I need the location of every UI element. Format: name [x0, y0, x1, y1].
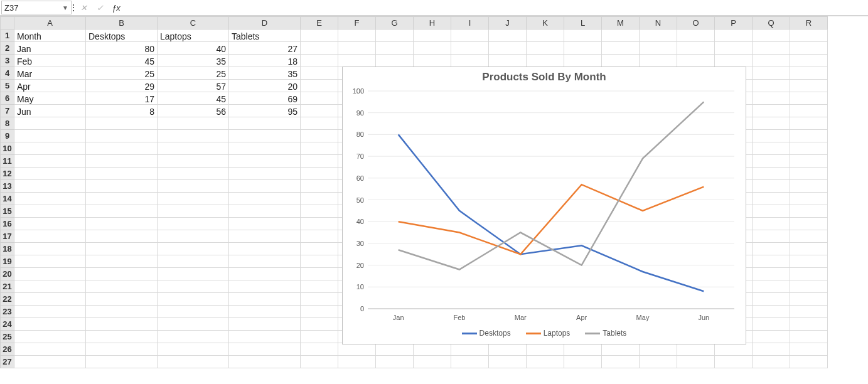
cell[interactable]: Tablets [229, 29, 301, 42]
cell[interactable]: 35 [229, 67, 301, 80]
cell[interactable] [790, 55, 828, 67]
cell[interactable] [527, 42, 564, 55]
cell[interactable] [301, 243, 338, 255]
cell[interactable] [527, 29, 564, 42]
row-header[interactable]: 17 [1, 230, 14, 243]
cell[interactable] [753, 280, 790, 293]
column-header[interactable]: L [564, 17, 602, 29]
cell[interactable]: Laptops [158, 29, 229, 42]
cell[interactable] [753, 205, 790, 218]
cell[interactable] [677, 55, 715, 67]
row-header[interactable]: 19 [1, 255, 14, 268]
cell[interactable]: 25 [86, 67, 158, 80]
cell[interactable] [86, 155, 158, 168]
cell[interactable] [86, 268, 158, 280]
column-header[interactable]: H [414, 17, 451, 29]
cell[interactable] [753, 293, 790, 306]
row-header[interactable]: 26 [1, 343, 14, 356]
column-header[interactable]: O [677, 17, 715, 29]
cell[interactable] [301, 343, 338, 356]
formula-input[interactable] [124, 1, 868, 14]
row-header[interactable]: 16 [1, 218, 14, 230]
cell[interactable]: 17 [86, 92, 158, 105]
cell[interactable] [753, 142, 790, 155]
column-header[interactable]: F [338, 17, 376, 29]
cell[interactable] [158, 230, 229, 243]
cell[interactable] [86, 193, 158, 205]
cell[interactable]: 57 [158, 80, 229, 92]
cell[interactable] [715, 55, 753, 67]
column-header[interactable]: E [301, 17, 338, 29]
cell[interactable] [301, 306, 338, 318]
cell[interactable] [158, 343, 229, 356]
column-header[interactable]: R [790, 17, 828, 29]
column-header[interactable]: C [158, 17, 229, 29]
cell[interactable]: 35 [158, 55, 229, 67]
cell[interactable] [14, 268, 86, 280]
cell[interactable] [14, 155, 86, 168]
cell[interactable] [229, 193, 301, 205]
column-header[interactable]: G [376, 17, 414, 29]
cell[interactable] [753, 168, 790, 180]
cell[interactable]: 69 [229, 92, 301, 105]
cell[interactable] [86, 255, 158, 268]
row-header[interactable]: 20 [1, 268, 14, 280]
cell[interactable]: 8 [86, 105, 158, 117]
cell[interactable] [564, 343, 602, 356]
cell[interactable] [790, 80, 828, 92]
cell[interactable]: 80 [86, 42, 158, 55]
cell[interactable]: 56 [158, 105, 229, 117]
cell[interactable] [338, 356, 376, 368]
cell[interactable]: 45 [158, 92, 229, 105]
cell[interactable] [14, 343, 86, 356]
cell[interactable] [753, 117, 790, 130]
cell[interactable] [753, 318, 790, 331]
cell[interactable] [301, 280, 338, 293]
column-header[interactable]: B [86, 17, 158, 29]
cell[interactable] [790, 218, 828, 230]
cell[interactable] [338, 29, 376, 42]
cell[interactable] [640, 29, 677, 42]
cell[interactable] [14, 293, 86, 306]
column-header[interactable]: J [489, 17, 527, 29]
cell[interactable] [715, 42, 753, 55]
spreadsheet-grid[interactable]: ABCDEFGHIJKLMNOPQR1MonthDesktopsLaptopsT… [0, 16, 868, 368]
cell[interactable] [790, 306, 828, 318]
cell[interactable] [229, 268, 301, 280]
cell[interactable]: 40 [158, 42, 229, 55]
cell[interactable] [229, 331, 301, 343]
cell[interactable] [301, 268, 338, 280]
row-header[interactable]: 15 [1, 205, 14, 218]
cell[interactable] [158, 218, 229, 230]
cell[interactable] [414, 29, 451, 42]
row-header[interactable]: 8 [1, 117, 14, 130]
cell[interactable] [86, 356, 158, 368]
cell[interactable] [229, 318, 301, 331]
cell[interactable] [338, 42, 376, 55]
cell[interactable] [14, 168, 86, 180]
cell[interactable] [451, 343, 489, 356]
cell[interactable] [229, 306, 301, 318]
cell[interactable] [86, 293, 158, 306]
cell[interactable] [86, 218, 158, 230]
cell[interactable] [602, 343, 640, 356]
cell[interactable] [790, 130, 828, 142]
cell[interactable]: 95 [229, 105, 301, 117]
cell[interactable]: 25 [158, 67, 229, 80]
cell[interactable] [790, 117, 828, 130]
cell[interactable] [14, 142, 86, 155]
column-header[interactable]: M [602, 17, 640, 29]
column-header[interactable]: N [640, 17, 677, 29]
cell[interactable] [790, 268, 828, 280]
cell[interactable] [414, 343, 451, 356]
cell[interactable] [790, 243, 828, 255]
cell[interactable]: Apr [14, 80, 86, 92]
cell[interactable] [489, 55, 527, 67]
column-header[interactable]: Q [753, 17, 790, 29]
cell[interactable] [753, 243, 790, 255]
cell[interactable] [301, 80, 338, 92]
cell[interactable] [790, 67, 828, 80]
cell[interactable] [790, 92, 828, 105]
cell[interactable] [301, 155, 338, 168]
cell[interactable] [86, 205, 158, 218]
